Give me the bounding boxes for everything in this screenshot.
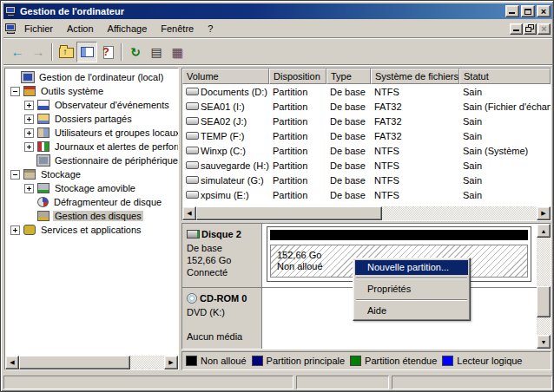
expand-icon[interactable]	[24, 114, 34, 124]
properties-icon: ▤	[150, 45, 162, 59]
properties-button[interactable]: ▤	[146, 42, 167, 62]
folder-up-icon	[59, 48, 74, 58]
expand-icon[interactable]	[10, 225, 20, 235]
expand-icon[interactable]	[24, 184, 34, 193]
volume-icon	[186, 176, 199, 184]
defragmenter-icon	[37, 197, 49, 207]
close-button[interactable]: ×	[537, 5, 551, 17]
tree-item-journaux-alertes[interactable]: Journaux et alertes de performance	[5, 140, 178, 154]
scroll-up-icon[interactable]: ▲	[537, 224, 551, 238]
expand-icon[interactable]	[24, 101, 34, 110]
volume-list-horizontal-scrollbar[interactable]: ◀ ▶	[182, 206, 551, 220]
disk-2-type: De base	[187, 242, 258, 254]
context-menu-item-proprietes[interactable]: Propriétés	[355, 282, 468, 297]
volume-row-temp[interactable]: TEMP (F:) Partition De base FAT32 Sain	[182, 128, 551, 143]
volume-row-sea01[interactable]: SEA01 (I:) Partition De base FAT32 Sain …	[182, 99, 551, 114]
console-tree: Gestion de l'ordinateur (local) Outils s…	[5, 69, 178, 356]
disk-2-info[interactable]: Disque 2 De base 152,66 Go Connecté	[182, 224, 262, 287]
expand-icon[interactable]	[24, 128, 34, 138]
scroll-right-icon[interactable]: ▶	[164, 356, 178, 369]
mdi-restore-button[interactable]	[524, 23, 537, 35]
tree-item-computer-management[interactable]: Gestion de l'ordinateur (local)	[5, 70, 178, 84]
context-menu-item-aide[interactable]: Aide	[355, 304, 468, 318]
collapse-icon[interactable]	[10, 87, 20, 96]
disk-management-icon	[37, 211, 49, 221]
mdi-minimize-button[interactable]	[510, 23, 523, 35]
collapse-icon[interactable]	[10, 170, 20, 180]
scroll-down-icon[interactable]: ▼	[537, 335, 551, 349]
tree-item-outils-systeme[interactable]: Outils système	[5, 84, 178, 98]
back-button[interactable]: ←	[7, 42, 28, 62]
volume-row-simulateur[interactable]: simulateur (G:) Partition De base NTFS S…	[182, 173, 551, 187]
tree-item-gestion-des-disques[interactable]: Gestion des disques	[5, 209, 178, 223]
menu-fichier[interactable]: Fichier	[17, 21, 60, 36]
legend-item-non-alloue: Non alloué	[186, 356, 247, 366]
tree-horizontal-scrollbar[interactable]: ◀ ▶	[5, 356, 178, 369]
forward-icon: →	[32, 45, 45, 58]
scrollbar-track[interactable]	[537, 238, 551, 286]
cd-icon	[187, 293, 197, 304]
volume-row-sauvegarde[interactable]: sauvegarde (H:) Partition De base NTFS S…	[182, 158, 551, 173]
menu-fenetre[interactable]: Fenêtre	[154, 21, 201, 36]
up-one-level-button[interactable]	[56, 42, 76, 62]
refresh-button[interactable]: ↻	[125, 42, 146, 62]
menu-action[interactable]: Action	[60, 21, 101, 36]
column-header-volume[interactable]: Volume	[182, 69, 269, 84]
computer-icon	[22, 72, 34, 82]
context-menu-separator	[356, 299, 467, 301]
minimize-icon	[509, 12, 515, 14]
volume-row-documents[interactable]: Documents (D:) Partition De base NTFS Sa…	[182, 84, 551, 99]
toolbar: ← → ↻ ▤ ▦	[3, 39, 552, 65]
volume-row-xpsimu[interactable]: xpsimu (E:) Partition De base NTFS Sain	[182, 187, 551, 202]
legend-swatch-unallocated	[186, 356, 197, 366]
volume-row-sea02[interactable]: SEA02 (J:) Partition De base FAT32 Sain	[182, 114, 551, 128]
scrollbar-thumb[interactable]	[19, 356, 130, 369]
mdi-child-icon	[5, 23, 17, 34]
tree-item-gestionnaire-peripheriques[interactable]: Gestionnaire de périphériques	[5, 154, 178, 167]
tree-item-dossiers-partages[interactable]: Dossiers partagés	[5, 112, 178, 126]
app-icon	[5, 6, 17, 16]
computer-management-window: Gestion de l'ordinateur × Fichier Action…	[0, 0, 554, 392]
scrollbar-track[interactable]	[382, 206, 537, 220]
scrollbar-thumb[interactable]	[537, 286, 551, 317]
menu-aide[interactable]: ?	[201, 21, 220, 36]
status-pane-2	[296, 376, 389, 389]
scroll-left-icon[interactable]: ◀	[182, 206, 196, 220]
scrollbar-thumb[interactable]	[196, 206, 382, 220]
unallocated-color-band	[270, 230, 528, 240]
cdrom-info[interactable]: CD-ROM 0 DVD (K:) Aucun média	[182, 288, 262, 350]
tree-item-utilisateurs-groupes[interactable]: Utilisateurs et groupes locaux	[5, 126, 178, 140]
export-list-button[interactable]: ▦	[167, 42, 188, 62]
mdi-close-button[interactable]: ×	[538, 23, 551, 35]
context-menu-item-nouvelle-partition[interactable]: Nouvelle partition...	[355, 260, 468, 275]
scrollbar-track[interactable]	[537, 317, 551, 335]
mdi-close-icon: ×	[541, 23, 546, 34]
menu-affichage[interactable]: Affichage	[101, 21, 155, 36]
tree-item-defragmenteur[interactable]: Défragmenteur de disque	[5, 195, 178, 209]
tree-item-services-applications[interactable]: Services et applications	[5, 223, 178, 237]
scroll-right-icon[interactable]: ▶	[537, 206, 551, 220]
expand-icon[interactable]	[24, 142, 34, 152]
legend-swatch-extended	[350, 356, 361, 366]
column-header-type[interactable]: Type	[326, 69, 371, 84]
scroll-left-icon[interactable]: ◀	[5, 356, 19, 369]
scrollbar-track[interactable]	[130, 356, 164, 369]
console-tree-pane: Gestion de l'ordinateur (local) Outils s…	[4, 68, 179, 370]
volume-row-winxp[interactable]: Winxp (C:) Partition De base NTFS Sain (…	[182, 143, 551, 158]
show-console-tree-button[interactable]	[76, 42, 97, 62]
column-header-disposition[interactable]: Disposition	[269, 69, 326, 84]
local-users-icon	[37, 127, 49, 138]
help-button[interactable]	[97, 42, 118, 62]
column-header-statut[interactable]: Statut	[459, 69, 551, 84]
tree-item-observateur-evenements[interactable]: Observateur d'événements	[5, 98, 178, 112]
column-header-systeme-fichiers[interactable]: Système de fichiers	[371, 69, 459, 84]
volume-icon	[186, 161, 199, 169]
legend-swatch-primary	[252, 356, 263, 366]
tree-item-stockage-amovible[interactable]: Stockage amovible	[5, 181, 178, 195]
minimize-button[interactable]	[505, 5, 519, 17]
forward-button[interactable]: →	[28, 42, 49, 62]
maximize-button[interactable]	[521, 5, 535, 17]
disk-pane-vertical-scrollbar[interactable]: ▲ ▼	[537, 224, 551, 349]
tree-item-stockage[interactable]: Stockage	[5, 167, 178, 181]
cdrom-drive-letter: DVD (K:)	[187, 306, 258, 318]
